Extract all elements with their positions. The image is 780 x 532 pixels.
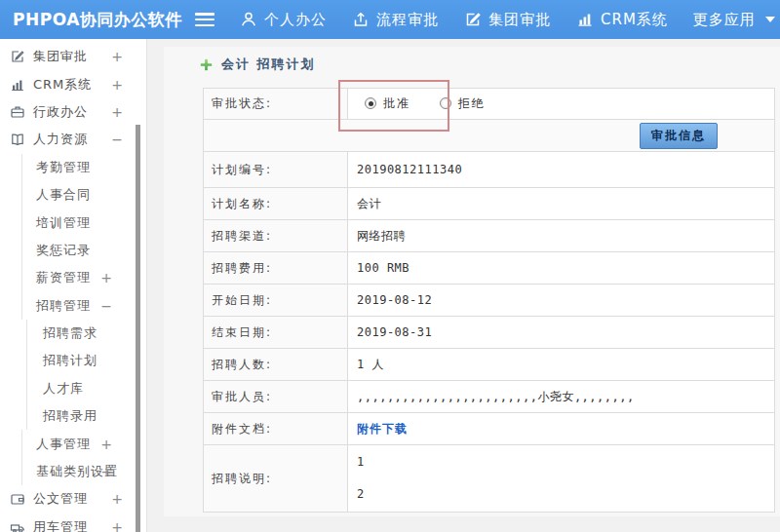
sidebar-item-crm[interactable]: CRM系统 + bbox=[0, 70, 146, 97]
description-line: 2 bbox=[357, 478, 774, 511]
sidebar-item-label: CRM系统 bbox=[33, 76, 92, 94]
briefcase-icon bbox=[10, 104, 26, 120]
nav-label: 流程审批 bbox=[376, 11, 439, 29]
hamburger-icon[interactable] bbox=[195, 13, 214, 26]
sidebar-item-group-approval[interactable]: 集团审批 + bbox=[0, 43, 146, 70]
sidebar-item-label: 人力资源 bbox=[33, 131, 88, 148]
table-row: 计划名称: 会计 bbox=[204, 188, 775, 220]
sidebar-item-training[interactable]: 培训管理 bbox=[21, 209, 146, 236]
expand-toggle[interactable]: + bbox=[100, 464, 112, 479]
top-nav: 个人办公 流程审批 集团审批 CRM系统 更多应用 bbox=[214, 11, 775, 29]
field-label: 附件文档: bbox=[204, 413, 348, 445]
table-row: 招聘费用: 100 RMB bbox=[204, 252, 775, 285]
nav-process-approval[interactable]: 流程审批 bbox=[352, 11, 439, 29]
field-label: 招聘渠道: bbox=[204, 220, 348, 252]
app-window: PHPOA协同办公软件 个人办公 流程审批 集团审批 CRM系统 更多应用 bbox=[0, 0, 780, 532]
field-label: 审批状态: bbox=[204, 89, 348, 120]
nav-label: CRM系统 bbox=[601, 11, 668, 29]
field-label: 结束日期: bbox=[204, 317, 348, 349]
description-row: 招聘说明: 1 2 bbox=[204, 445, 775, 513]
wallet-icon bbox=[10, 491, 26, 507]
start-date-value: 2019-08-12 bbox=[348, 285, 775, 317]
field-label: 计划名称: bbox=[204, 188, 348, 220]
radio-approve-label: 批准 bbox=[383, 96, 410, 110]
radio-reject-label: 拒绝 bbox=[458, 96, 486, 110]
main-content: 会计 招聘计划 审批状态: 批准 拒绝 审批信息 计划编号: bbox=[147, 39, 780, 532]
expand-toggle[interactable]: + bbox=[111, 49, 123, 64]
approvers-value: ,,,,,,,,,,,,,,,,,,,,,,,,小尧女,,,,,,,, bbox=[348, 381, 775, 413]
edit-square-icon bbox=[464, 11, 482, 28]
sidebar-item-recruit-mgmt[interactable]: 招聘管理− bbox=[21, 292, 146, 320]
collapse-toggle[interactable]: − bbox=[100, 298, 112, 314]
nav-crm-system[interactable]: CRM系统 bbox=[576, 11, 668, 29]
expand-toggle[interactable]: + bbox=[100, 270, 112, 285]
attachment-row: 附件文档: 附件下载 bbox=[204, 413, 775, 445]
headcount-value: 1 人 bbox=[348, 349, 775, 381]
page-title-bar: 会计 招聘计划 bbox=[164, 47, 780, 73]
expand-toggle[interactable]: + bbox=[111, 491, 123, 507]
sidebar-item-personnel-mgmt[interactable]: 人事管理+ bbox=[21, 430, 146, 457]
expand-toggle[interactable]: + bbox=[100, 437, 112, 452]
sidebar-item-admin-office[interactable]: 行政办公 + bbox=[0, 98, 146, 126]
radio-reject[interactable] bbox=[440, 97, 451, 109]
sidebar-item-rewards[interactable]: 奖惩记录 bbox=[21, 237, 146, 264]
expand-toggle[interactable]: + bbox=[111, 104, 123, 120]
sidebar-item-recruit-hire[interactable]: 招聘录用 bbox=[26, 402, 146, 430]
field-label: 招聘费用: bbox=[204, 252, 348, 285]
collapse-toggle[interactable]: − bbox=[111, 132, 123, 147]
nav-label: 个人办公 bbox=[264, 11, 327, 29]
table-row: 审批人员: ,,,,,,,,,,,,,,,,,,,,,,,,小尧女,,,,,,,… bbox=[204, 381, 775, 413]
table-row: 结束日期: 2019-08-31 bbox=[204, 317, 775, 349]
recruit-channel-value: 网络招聘 bbox=[348, 220, 775, 252]
nav-label: 更多应用 bbox=[693, 11, 756, 29]
field-label: 审批人员: bbox=[204, 381, 348, 413]
book-icon bbox=[10, 132, 26, 147]
field-label: 开始日期: bbox=[204, 285, 348, 317]
field-label: 招聘人数: bbox=[204, 349, 348, 381]
sidebar-item-label: 行政办公 bbox=[33, 103, 88, 121]
sidebar-item-recruit-plan[interactable]: 招聘计划 bbox=[26, 347, 146, 374]
expand-toggle[interactable]: + bbox=[111, 77, 123, 93]
sidebar: 集团审批 + CRM系统 + 行政办公 + 人力资源 − 考勤管理 人事合同 培… bbox=[0, 39, 147, 532]
sidebar-item-human-resources[interactable]: 人力资源 − bbox=[0, 126, 146, 153]
attachment-download-link[interactable]: 附件下载 bbox=[357, 422, 408, 436]
sidebar-item-document-mgmt[interactable]: 公文管理 + bbox=[0, 485, 146, 513]
content-card: 会计 招聘计划 审批状态: 批准 拒绝 审批信息 计划编号: bbox=[164, 47, 780, 516]
approval-status-value: 批准 拒绝 bbox=[348, 89, 775, 120]
process-icon bbox=[352, 11, 370, 28]
sidebar-item-recruit-demand[interactable]: 招聘需求 bbox=[26, 320, 146, 347]
expand-toggle[interactable]: + bbox=[111, 519, 123, 532]
table-row: 计划编号: 20190812111340 bbox=[204, 152, 775, 188]
recruit-plan-form: 审批状态: 批准 拒绝 审批信息 计划编号: 20190812111340 bbox=[203, 88, 775, 513]
approval-button-row: 审批信息 bbox=[204, 120, 775, 152]
sidebar-item-label: 公文管理 bbox=[33, 490, 88, 508]
bar-chart-icon bbox=[576, 11, 594, 28]
sidebar-item-talent-pool[interactable]: 人才库 bbox=[26, 375, 146, 402]
recruit-cost-value: 100 RMB bbox=[348, 252, 775, 285]
sidebar-item-vehicle-mgmt[interactable]: 用车管理 + bbox=[0, 513, 146, 532]
nav-more-apps[interactable]: 更多应用 bbox=[693, 11, 775, 29]
end-date-value: 2019-08-31 bbox=[348, 317, 775, 349]
table-row: 开始日期: 2019-08-12 bbox=[204, 285, 775, 317]
sidebar-item-attendance[interactable]: 考勤管理 bbox=[21, 154, 146, 181]
sidebar-item-base-category[interactable]: 基础类别设置+ bbox=[21, 458, 146, 485]
field-label: 招聘说明: bbox=[204, 445, 348, 513]
radio-approve[interactable] bbox=[365, 97, 376, 109]
description-line: 1 bbox=[357, 446, 774, 478]
table-row: 招聘渠道: 网络招聘 bbox=[204, 220, 775, 252]
plan-name-value: 会计 bbox=[348, 188, 775, 220]
user-icon bbox=[240, 11, 257, 28]
description-value: 1 2 bbox=[348, 445, 775, 513]
sidebar-scrollbar[interactable] bbox=[136, 125, 140, 532]
table-row: 招聘人数: 1 人 bbox=[204, 349, 775, 381]
approval-info-button[interactable]: 审批信息 bbox=[640, 123, 718, 149]
nav-personal-office[interactable]: 个人办公 bbox=[240, 11, 327, 29]
approval-status-row: 审批状态: 批准 拒绝 bbox=[204, 89, 775, 120]
field-label: 计划编号: bbox=[204, 152, 348, 188]
plan-number-value: 20190812111340 bbox=[348, 152, 775, 188]
sidebar-item-hr-contract[interactable]: 人事合同 bbox=[21, 181, 146, 209]
nav-group-approval[interactable]: 集团审批 bbox=[464, 11, 551, 29]
edit-square-icon bbox=[10, 49, 26, 64]
sidebar-item-salary[interactable]: 薪资管理+ bbox=[21, 264, 146, 291]
app-logo: PHPOA协同办公软件 bbox=[0, 9, 187, 31]
